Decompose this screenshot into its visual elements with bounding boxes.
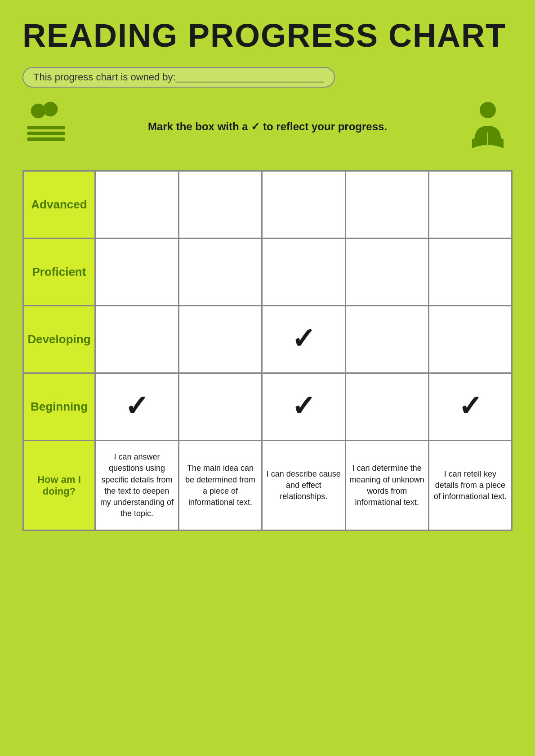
- check-cell-beg-5[interactable]: ✓: [428, 373, 512, 441]
- row-label-developing: Developing: [23, 306, 95, 373]
- check-cell-prof-5[interactable]: [428, 239, 512, 306]
- checkmark-beg-1: ✓: [125, 390, 149, 422]
- check-cell-adv-4[interactable]: [345, 171, 428, 239]
- description-cell-3: I can describe cause and effect relation…: [262, 441, 345, 531]
- row-label-beginning: Beginning: [23, 373, 95, 441]
- table-row-developing: Developing ✓: [23, 306, 512, 373]
- checkmark-dev-3: ✓: [291, 323, 316, 355]
- check-cell-dev-5[interactable]: [428, 306, 512, 373]
- row-label-how-doing: How am I doing?: [23, 441, 95, 531]
- instructions-text: Mark the box with a ✓ to reflect your pr…: [148, 120, 387, 133]
- check-cell-beg-1[interactable]: ✓: [95, 373, 178, 441]
- reader-icon: [463, 101, 513, 152]
- row-label-proficient: Proficient: [23, 239, 95, 306]
- check-cell-adv-1[interactable]: [95, 171, 178, 239]
- description-cell-4: I can determine the meaning of unknown w…: [345, 441, 428, 531]
- check-cell-beg-2[interactable]: [178, 373, 262, 441]
- check-cell-adv-5[interactable]: [428, 171, 512, 239]
- check-cell-beg-4[interactable]: [345, 373, 428, 441]
- svg-rect-4: [27, 137, 65, 141]
- row-label-advanced: Advanced: [23, 171, 95, 239]
- teacher-icon: [22, 101, 72, 152]
- check-cell-prof-2[interactable]: [178, 239, 262, 306]
- svg-point-5: [480, 102, 496, 118]
- table-row-beginning: Beginning ✓ ✓ ✓: [23, 373, 512, 441]
- check-cell-beg-3[interactable]: ✓: [262, 373, 345, 441]
- svg-point-1: [43, 102, 58, 116]
- svg-rect-3: [27, 132, 65, 135]
- description-cell-5: I can retell key details from a piece of…: [428, 441, 512, 531]
- table-row-advanced: Advanced: [23, 171, 512, 239]
- owner-label[interactable]: This progress chart is owned by:________…: [22, 67, 335, 88]
- check-cell-prof-3[interactable]: [262, 239, 345, 306]
- svg-rect-2: [27, 126, 65, 129]
- checkmark-beg-5: ✓: [458, 390, 482, 422]
- check-cell-dev-2[interactable]: [178, 306, 262, 373]
- progress-table: Advanced Proficient Developing ✓: [22, 170, 513, 531]
- check-cell-dev-1[interactable]: [95, 306, 178, 373]
- check-cell-dev-4[interactable]: [345, 306, 428, 373]
- check-cell-prof-1[interactable]: [95, 239, 178, 306]
- description-cell-2: The main idea can be determined from a p…: [178, 441, 262, 531]
- page-title: READING PROGRESS CHART: [22, 18, 513, 53]
- check-cell-dev-3[interactable]: ✓: [262, 306, 345, 373]
- check-cell-adv-2[interactable]: [178, 171, 262, 239]
- check-cell-prof-4[interactable]: [345, 239, 428, 306]
- table-row-proficient: Proficient: [23, 239, 512, 306]
- check-cell-adv-3[interactable]: [262, 171, 345, 239]
- table-row-how-doing: How am I doing? I can answer questions u…: [23, 441, 512, 531]
- description-cell-1: I can answer questions using specific de…: [95, 441, 178, 531]
- checkmark-beg-3: ✓: [291, 390, 316, 422]
